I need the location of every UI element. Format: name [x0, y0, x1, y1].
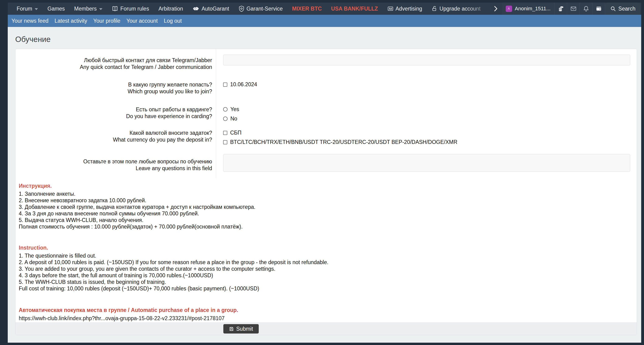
unlock-icon	[432, 6, 437, 12]
chevron-down-icon	[35, 8, 38, 10]
alerts-button[interactable]	[580, 2, 592, 15]
nav-item-games[interactable]: Games	[47, 6, 65, 12]
label-en: Which group would you like to join?	[16, 88, 212, 95]
instruction-line: 5. The WWH-CLUB status is issued, the be…	[19, 279, 632, 285]
user-menu[interactable]: A Anonim_1511...	[502, 2, 554, 15]
search-button[interactable]: Search	[605, 2, 640, 15]
submit-label: Submit	[236, 326, 253, 332]
form-row-currency: Какой валютой вносите задаток? What curr…	[16, 127, 637, 152]
instruction-line: 4. За 3 дня до начала внесение полной су…	[19, 210, 632, 217]
instructions-en-title: Instruction.	[19, 244, 632, 251]
instruction-line: 4. 3 days before the start, the full amo…	[19, 272, 632, 279]
coins-button[interactable]	[554, 2, 567, 15]
form-control	[216, 49, 637, 78]
instruction-line: Full cost of training: 10,000 rubles (de…	[19, 285, 632, 292]
save-icon	[229, 326, 234, 332]
nav-item-label: Arbitration	[158, 6, 183, 12]
instructions-section: Инструкция. 1. Заполнение анкеты. 2. Вне…	[16, 178, 637, 322]
handshake-icon	[192, 6, 200, 12]
label-en: Leave any questions in this field	[16, 165, 212, 172]
checkbox[interactable]	[223, 131, 227, 135]
search-icon	[610, 6, 616, 12]
avatar-letter: A	[508, 7, 510, 10]
questions-textarea[interactable]	[223, 154, 630, 172]
nav-item-label: Garant-Service	[246, 6, 283, 12]
bell-icon	[583, 6, 590, 12]
auto-purchase-link[interactable]: https://wwh-club.link/index.php?thr...ov…	[19, 315, 632, 322]
nav-item-members[interactable]: Members	[74, 6, 103, 12]
nav-item-garant-service[interactable]: Garant-Service	[238, 6, 283, 12]
label-en: Do you have experience in carding?	[16, 113, 212, 120]
subnav-item-your-profile[interactable]: Your profile	[93, 18, 120, 24]
form-row-contact: Любой быстрый контакт для связи Telegram…	[16, 49, 637, 78]
wallet-icon	[596, 6, 602, 12]
svg-text:Ad: Ad	[389, 8, 392, 10]
nav-item-label: Members	[74, 6, 97, 12]
option-label: 10.06.2024	[230, 81, 257, 88]
form-row-group: В какую группу желаете попасть? Which gr…	[16, 78, 637, 103]
sub-navbar: Your news feed Latest activity Your prof…	[8, 15, 641, 27]
nav-item-label: Forum rules	[120, 6, 149, 12]
auto-purchase-title: Автоматическая покупка места в группе / …	[19, 307, 632, 313]
subnav-item-your-account[interactable]: Your account	[126, 18, 158, 24]
instruction-line: 2. A deposit of 10,000 rubles is paid. (…	[19, 259, 632, 266]
subnav-item-log-out[interactable]: Log out	[164, 18, 182, 24]
label-ru: Оставьте в этом поле любые вопросы по об…	[16, 158, 212, 165]
experience-option-yes[interactable]: Yes	[223, 106, 630, 112]
form-label: Оставьте в этом поле любые вопросы по об…	[16, 152, 216, 178]
experience-option-no[interactable]: No	[223, 116, 630, 122]
mail-icon	[570, 6, 577, 12]
page-title: Обучение	[15, 35, 637, 44]
label-ru: В какую группу желаете попасть?	[16, 81, 212, 88]
subnav-item-news-feed[interactable]: Your news feed	[12, 18, 48, 24]
option-label: BTC/LTC/BCH/TRX/ETH/BNB/USDT TRC-20/USDT…	[230, 139, 458, 145]
checkbox[interactable]	[223, 82, 227, 87]
label-en: What currency do you pay the deposit in?	[16, 136, 212, 143]
form-control: СБП BTC/LTC/BCH/TRX/ETH/BNB/USDT TRC-20/…	[216, 127, 637, 152]
nav-item-forum[interactable]: Forum	[17, 6, 38, 12]
training-form-card: Любой быстрый контакт для связи Telegram…	[15, 49, 637, 335]
avatar: A	[506, 6, 512, 12]
nav-item-label: Games	[47, 6, 65, 12]
instruction-line: 2. Внесение невозвратного задатка 10.000…	[19, 197, 632, 204]
nav-item-label: MIXER BTC	[292, 6, 322, 12]
instruction-line: 5. Выдача статуса WWH-CLUB, начало обуче…	[19, 217, 632, 223]
option-label: СБП	[230, 130, 242, 136]
nav-item-autogarant[interactable]: AutoGarant	[192, 6, 229, 12]
nav-item-usa-bank-fullz[interactable]: USA BANK/FULLZ	[331, 6, 378, 12]
subnav-item-latest-activity[interactable]: Latest activity	[54, 18, 87, 24]
chevron-right-icon	[492, 5, 499, 12]
instruction-line: 1. Заполнение анкеты.	[19, 190, 632, 197]
contact-input[interactable]	[223, 54, 630, 66]
nav-item-label: Advertising	[396, 6, 422, 12]
nav-item-label: AutoGarant	[202, 6, 229, 12]
nav-scroll-area: Forum Games Members	[8, 2, 502, 15]
nav-item-advertising[interactable]: Ad Advertising	[388, 6, 422, 12]
book-icon	[112, 6, 118, 12]
inbox-button[interactable]	[567, 2, 580, 15]
label-ru: Есть опыт работы в кардинге?	[16, 106, 212, 113]
currency-option-sbp[interactable]: СБП	[223, 130, 630, 136]
option-label: No	[230, 116, 237, 122]
radio-button[interactable]	[223, 116, 228, 121]
nav-scroll-right-button[interactable]	[492, 2, 499, 15]
form-control	[216, 152, 637, 178]
currency-option-crypto[interactable]: BTC/LTC/BCH/TRX/ETH/BNB/USDT TRC-20/USDT…	[223, 139, 630, 145]
form-footer: Submit	[16, 322, 637, 335]
wallet-button[interactable]	[592, 2, 605, 15]
main-content: Обучение Любой быстрый контакт для связи…	[8, 27, 641, 343]
label-ru: Какой валютой вносите задаток?	[16, 130, 212, 136]
nav-item-forum-rules[interactable]: Forum rules	[112, 6, 149, 12]
username: Anonim_1511...	[515, 6, 550, 12]
instructions-ru-title: Инструкция.	[19, 182, 632, 189]
nav-item-mixer-btc[interactable]: MIXER BTC	[292, 6, 322, 12]
checkbox[interactable]	[223, 140, 227, 144]
nav-item-label: Forum	[17, 6, 32, 12]
instruction-line: 3. You are added to your group, you are …	[19, 266, 632, 272]
group-option-10-06-2024[interactable]: 10.06.2024	[223, 81, 630, 88]
submit-button[interactable]: Submit	[223, 324, 259, 334]
form-control: 10.06.2024	[216, 78, 637, 103]
page: Forum Games Members	[8, 2, 641, 343]
radio-button[interactable]	[223, 107, 228, 112]
nav-item-arbitration[interactable]: Arbitration	[158, 6, 183, 12]
